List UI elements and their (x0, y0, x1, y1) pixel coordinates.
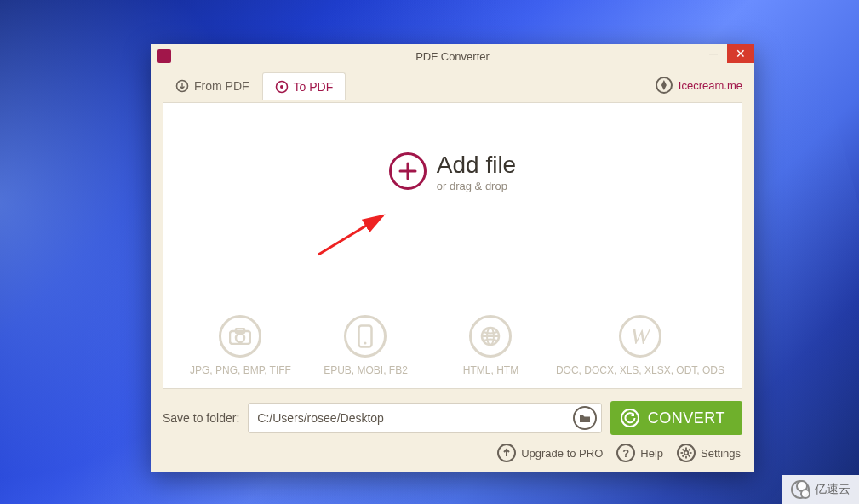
add-file-title: Add file (437, 152, 516, 177)
titlebar: PDF Converter ─ ✕ (151, 44, 754, 68)
tabs-row: From PDF To PDF Icecream.me (151, 68, 754, 102)
app-icon (157, 49, 171, 63)
format-office: W DOC, DOCX, XLS, XLSX, ODT, ODS (556, 315, 724, 376)
help-label: Help (640, 447, 663, 460)
upgrade-label: Upgrade to PRO (521, 447, 603, 460)
svg-point-2 (280, 85, 283, 89)
format-office-label: DOC, DOCX, XLS, XLSX, ODT, ODS (556, 364, 724, 376)
save-row: Save to folder: C:/Users/rosee/Desktop C… (151, 401, 754, 444)
tab-from-label: From PDF (194, 79, 249, 93)
gear-icon (677, 444, 696, 462)
save-path-value: C:/Users/rosee/Desktop (257, 411, 573, 425)
tab-to-label: To PDF (294, 80, 334, 94)
settings-button[interactable]: Settings (677, 444, 741, 462)
format-images-label: JPG, PNG, BMP, TIFF (190, 364, 291, 376)
format-html-label: HTML, HTM (463, 364, 518, 376)
w-icon: W (619, 315, 661, 358)
svg-line-20 (689, 450, 690, 451)
tab-to-pdf[interactable]: To PDF (262, 72, 346, 100)
footer-row: Upgrade to PRO ? Help Settings (151, 444, 754, 472)
svg-line-3 (318, 215, 383, 255)
svg-line-19 (683, 455, 684, 457)
folder-icon (579, 413, 591, 423)
app-window: PDF Converter ─ ✕ From PDF To PDF Icecre… (151, 44, 754, 472)
browse-folder-button[interactable] (573, 406, 597, 430)
refresh-icon (621, 409, 639, 427)
watermark-icon (791, 480, 810, 499)
watermark: 亿速云 (782, 475, 859, 504)
globe-icon (469, 315, 512, 358)
convert-button[interactable]: CONVERT (610, 401, 742, 435)
branding-link[interactable]: Icecream.me (656, 77, 742, 94)
svg-line-18 (689, 455, 690, 457)
plus-icon (389, 152, 427, 190)
arrow-up-icon (497, 444, 516, 462)
add-file-subtitle: or drag & drop (437, 180, 516, 192)
window-controls: ─ ✕ (700, 44, 754, 63)
question-icon: ? (616, 444, 635, 462)
format-images: JPG, PNG, BMP, TIFF (180, 315, 301, 376)
save-label: Save to folder: (163, 411, 239, 425)
svg-point-5 (236, 334, 244, 342)
to-pdf-icon (275, 80, 289, 94)
add-file-button[interactable]: Add file or drag & drop (389, 152, 516, 192)
help-button[interactable]: ? Help (616, 444, 663, 462)
camera-icon (219, 315, 261, 358)
phone-icon (344, 315, 387, 358)
svg-point-12 (684, 451, 689, 455)
format-ebooks: EPUB, MOBI, FB2 (306, 315, 426, 376)
main-panel[interactable]: Add file or drag & drop JPG, PNG, BMP, T… (163, 102, 742, 389)
format-html: HTML, HTM (431, 315, 551, 376)
branding-text: Icecream.me (679, 79, 742, 92)
from-pdf-icon (175, 79, 189, 93)
close-button[interactable]: ✕ (727, 44, 754, 63)
settings-label: Settings (701, 447, 741, 460)
tab-from-pdf[interactable]: From PDF (163, 72, 262, 99)
format-ebooks-label: EPUB, MOBI, FB2 (324, 364, 408, 376)
window-title: PDF Converter (415, 50, 490, 63)
formats-row: JPG, PNG, BMP, TIFF EPUB, MOBI, FB2 HTML… (163, 315, 742, 376)
branding-icon (656, 77, 673, 94)
watermark-text: 亿速云 (815, 482, 850, 497)
svg-line-17 (683, 450, 684, 451)
minimize-button[interactable]: ─ (700, 44, 727, 63)
save-path-field[interactable]: C:/Users/rosee/Desktop (248, 403, 602, 433)
convert-label: CONVERT (648, 410, 725, 427)
upgrade-button[interactable]: Upgrade to PRO (497, 444, 603, 462)
annotation-arrow-icon (313, 209, 398, 260)
svg-point-8 (364, 342, 367, 345)
